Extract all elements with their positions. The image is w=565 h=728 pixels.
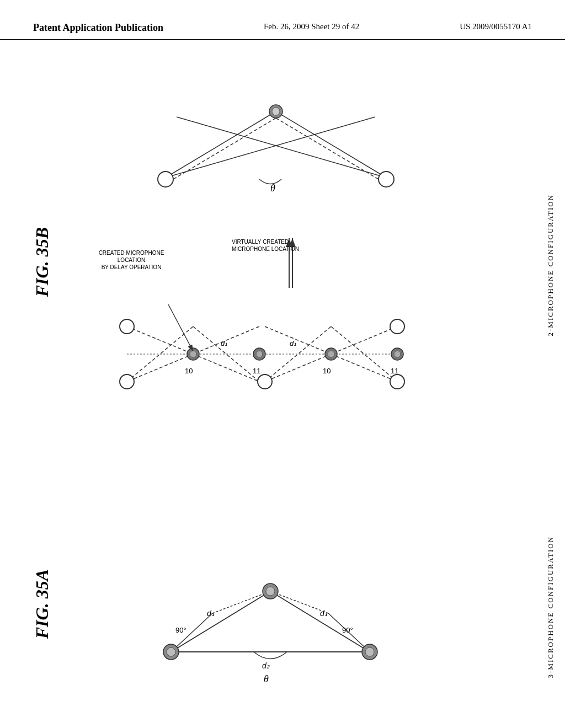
- page-header: Patent Application Publication Feb. 26, …: [0, 0, 565, 40]
- publication-date-sheet: Feb. 26, 2009 Sheet 29 of 42: [264, 22, 359, 31]
- svg-text:d₁: d₁: [207, 609, 215, 618]
- svg-text:d₁: d₁: [221, 339, 227, 347]
- svg-point-35: [120, 319, 134, 334]
- svg-text:d₁: d₁: [320, 609, 328, 618]
- svg-line-51: [212, 591, 270, 613]
- svg-point-9: [379, 172, 394, 187]
- fig-35a-label: FIG. 35A: [32, 569, 52, 639]
- svg-point-33: [258, 374, 272, 389]
- svg-point-27: [256, 351, 263, 357]
- svg-line-3: [276, 111, 386, 178]
- svg-point-59: [365, 647, 374, 656]
- svg-line-19: [265, 326, 331, 382]
- svg-line-47: [171, 591, 270, 652]
- svg-text:11: 11: [391, 367, 398, 375]
- svg-point-7: [272, 108, 280, 115]
- svg-text:d₁: d₁: [290, 339, 296, 347]
- fig-35b-label: FIG. 35B: [32, 227, 52, 297]
- svg-text:θ: θ: [264, 673, 269, 684]
- svg-point-57: [266, 587, 275, 596]
- side-label-2mic: 2-MICROPHONE CONFIGURATION: [546, 194, 555, 336]
- svg-line-4: [166, 117, 375, 178]
- svg-point-55: [167, 647, 175, 656]
- svg-text:11: 11: [253, 367, 260, 375]
- svg-point-29: [328, 351, 334, 357]
- svg-text:10: 10: [323, 367, 331, 375]
- virtually-created-annotation: VIRTUALLY CREATED MICROPHONE LOCATION: [232, 238, 320, 253]
- svg-line-20: [331, 326, 397, 382]
- svg-point-25: [190, 351, 196, 357]
- publication-number: US 2009/0055170 A1: [460, 22, 532, 31]
- svg-text:90°: 90°: [175, 626, 186, 634]
- svg-point-32: [120, 374, 134, 389]
- content-area: 2-MICROPHONE CONFIGURATION 3-MICROPHONE …: [0, 40, 565, 728]
- svg-text:d₂: d₂: [262, 661, 270, 670]
- svg-point-31: [394, 351, 401, 357]
- svg-text:90°: 90°: [342, 626, 353, 634]
- svg-point-8: [158, 172, 173, 187]
- created-mic-annotation: CREATED MICROPHONE LOCATION BY DELAY OPE…: [87, 249, 175, 271]
- side-label-3mic: 3-MICROPHONE CONFIGURATION: [546, 536, 555, 678]
- svg-point-34: [390, 374, 404, 389]
- svg-line-2: [166, 111, 276, 178]
- svg-line-11: [276, 118, 379, 179]
- top-x-diagram: θ: [110, 73, 441, 194]
- fig35a-diagram: d₁ d₁ d₂ 90° 90° θ: [138, 520, 403, 707]
- svg-line-10: [173, 118, 276, 179]
- svg-text:10: 10: [185, 367, 193, 375]
- svg-point-36: [390, 319, 404, 334]
- svg-line-5: [177, 117, 386, 178]
- svg-line-48: [270, 591, 370, 652]
- publication-title: Patent Application Publication: [33, 22, 163, 34]
